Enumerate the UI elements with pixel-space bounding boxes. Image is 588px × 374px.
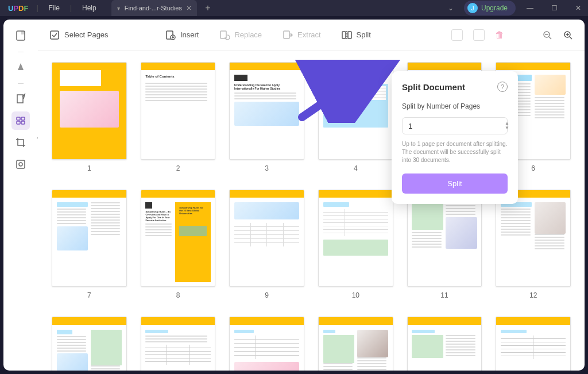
page-thumbnail[interactable] xyxy=(52,190,127,287)
menu-help[interactable]: Help xyxy=(72,4,107,12)
tabs-dropdown-icon[interactable]: ⌄ xyxy=(442,4,459,12)
upgrade-label: Upgrade xyxy=(481,4,508,12)
help-icon[interactable]: ? xyxy=(497,82,508,92)
svg-rect-2 xyxy=(17,95,23,103)
page-thumbnail[interactable]: Understanding the Need to Apply Internat… xyxy=(229,62,304,160)
page-cell: 1 xyxy=(52,62,127,172)
svg-rect-13 xyxy=(284,31,289,38)
page-cell: 10 xyxy=(318,190,393,300)
extract-icon xyxy=(283,30,293,40)
replace-icon xyxy=(219,30,230,40)
add-tab-button[interactable]: + xyxy=(197,3,218,13)
page-cell: 12 xyxy=(496,190,571,300)
page-thumbnail[interactable] xyxy=(141,317,216,371)
svg-line-18 xyxy=(549,37,551,39)
page-thumbnail[interactable] xyxy=(407,317,482,371)
page-number: 1 xyxy=(87,164,91,172)
page-thumbnail[interactable] xyxy=(229,190,304,287)
svg-rect-1 xyxy=(21,31,25,34)
window-maximize[interactable]: ☐ xyxy=(544,0,564,16)
page-thumbnail[interactable] xyxy=(496,190,571,287)
insert-button[interactable]: Insert xyxy=(165,30,199,40)
split-popover-title: Split Document xyxy=(402,82,465,92)
replace-button[interactable]: Replace xyxy=(219,30,262,40)
sidebar-separator: — xyxy=(18,80,24,86)
page-thumbnail[interactable] xyxy=(318,190,393,287)
main-panel: Select Pages Insert Replace Extract Spli… xyxy=(38,20,585,371)
split-icon xyxy=(342,30,352,40)
page-number: 3 xyxy=(265,164,269,172)
page-thumbnail[interactable] xyxy=(318,317,393,371)
page-cell: Scholarship Rules - An Overview and How … xyxy=(141,190,216,300)
insert-label: Insert xyxy=(180,30,199,39)
window-close[interactable]: ✕ xyxy=(568,0,588,16)
select-icon xyxy=(49,30,60,40)
window-minimize[interactable]: — xyxy=(520,0,540,16)
titlebar: UPDF | File | Help ▾ Find-and-...r-Studi… xyxy=(0,0,588,16)
svg-rect-7 xyxy=(17,160,25,168)
page-number: 8 xyxy=(176,291,180,299)
page-number: 9 xyxy=(265,291,269,299)
page-thumbnail[interactable]: The 10 Best Global Universities Leading … xyxy=(318,62,393,160)
sidebar-crop-icon[interactable] xyxy=(11,133,30,152)
page-cell: 7 xyxy=(52,190,127,300)
page-number: 4 xyxy=(354,164,358,172)
extract-label: Extract xyxy=(297,30,320,39)
page-thumbnail[interactable]: Scholarship Rules - An Overview and How … xyxy=(141,190,216,287)
user-avatar: J xyxy=(467,3,478,13)
spinner-buttons[interactable]: ▲▼ xyxy=(505,121,509,130)
page-thumbnail[interactable]: Table of Contents xyxy=(141,62,216,160)
page-thumbnail[interactable] xyxy=(407,190,482,287)
upgrade-button[interactable]: J Upgrade xyxy=(464,1,516,16)
app-logo: UPDF xyxy=(0,4,36,13)
zoom-out-button[interactable] xyxy=(542,30,552,40)
split-button[interactable]: Split xyxy=(342,30,371,40)
page-cell: 17 xyxy=(407,317,482,371)
menu-file[interactable]: File xyxy=(38,4,70,12)
sidebar-pages-icon[interactable] xyxy=(11,111,30,130)
svg-rect-9 xyxy=(51,31,59,39)
insert-icon xyxy=(165,30,176,40)
page-number: 7 xyxy=(87,291,91,299)
rotate-right-button[interactable] xyxy=(473,29,485,41)
split-pages-input[interactable] xyxy=(408,122,505,130)
toolbar: Select Pages Insert Replace Extract Spli… xyxy=(38,20,585,51)
tab-indicator-icon: ▾ xyxy=(117,5,120,11)
sidebar-separator: — xyxy=(18,48,24,55)
sidebar-edit-icon[interactable] xyxy=(11,90,30,108)
sidebar-ocr-icon[interactable] xyxy=(11,155,30,173)
delete-button[interactable]: 🗑 xyxy=(495,30,504,40)
sidebar-reader-icon[interactable] xyxy=(11,26,30,45)
page-number: 11 xyxy=(440,291,448,299)
page-cell: 15 xyxy=(229,317,304,371)
extract-button[interactable]: Extract xyxy=(283,30,320,40)
svg-rect-15 xyxy=(348,32,351,38)
sidebar-highlight-icon[interactable] xyxy=(11,58,30,76)
page-thumbnail[interactable] xyxy=(52,62,127,160)
svg-rect-3 xyxy=(17,117,20,120)
page-thumbnail[interactable] xyxy=(496,317,571,371)
close-tab-icon[interactable]: × xyxy=(187,3,191,13)
split-by-label: Split by Number of Pages xyxy=(402,102,508,110)
page-thumbnail[interactable] xyxy=(52,317,127,371)
split-hint-text: Up to 1 page per document after splittin… xyxy=(402,140,508,164)
page-cell: Table of Contents2 xyxy=(141,62,216,172)
replace-label: Replace xyxy=(234,30,262,39)
select-pages-button[interactable]: Select Pages xyxy=(49,30,109,40)
split-pages-input-row[interactable]: ▲▼ xyxy=(402,117,508,134)
page-cell: 13 xyxy=(52,317,127,371)
svg-rect-14 xyxy=(342,32,346,38)
split-popover: Split Document ? Split by Number of Page… xyxy=(392,71,518,204)
sidebar: — — xyxy=(3,20,38,371)
page-thumbnail[interactable] xyxy=(229,317,304,371)
page-cell: 16 xyxy=(318,317,393,371)
zoom-in-button[interactable] xyxy=(563,30,573,40)
page-number: 12 xyxy=(529,291,537,299)
rotate-left-button[interactable] xyxy=(451,29,463,41)
document-tab[interactable]: ▾ Find-and-...r-Studies × xyxy=(111,0,197,16)
page-cell: Understanding the Need to Apply Internat… xyxy=(229,62,304,172)
svg-rect-5 xyxy=(17,121,20,124)
split-confirm-button[interactable]: Split xyxy=(402,173,508,194)
page-cell: The 10 Best Global Universities Leading … xyxy=(318,62,393,172)
split-label: Split xyxy=(357,30,371,39)
